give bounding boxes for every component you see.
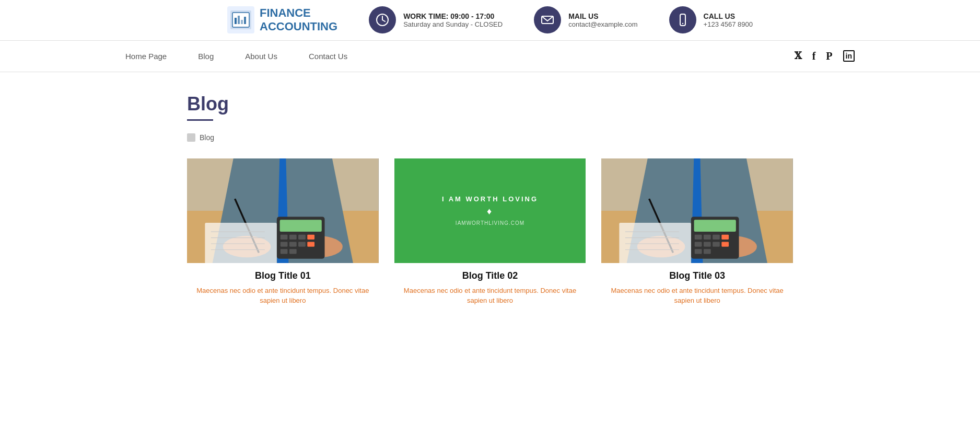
svg-rect-46 — [704, 235, 711, 240]
svg-rect-47 — [713, 235, 720, 240]
clock-icon — [376, 13, 389, 27]
call-block: CALL US +123 4567 8900 — [669, 6, 753, 33]
mail-icon-circle — [534, 6, 561, 33]
blog-card-2-image: I AM WORTH LOVING ♦ iamworthliving.com — [394, 158, 586, 263]
svg-rect-27 — [298, 242, 306, 246]
svg-rect-25 — [281, 242, 288, 246]
svg-rect-20 — [280, 220, 322, 232]
svg-rect-56 — [620, 223, 691, 263]
blog-card-1-image — [187, 158, 379, 263]
nav-contact[interactable]: Contact Us — [309, 52, 347, 61]
svg-rect-24 — [307, 235, 314, 240]
svg-rect-54 — [704, 249, 711, 254]
title-underline — [187, 119, 213, 121]
work-time-text: WORK TIME: 09:00 - 17:00 Saturday and Su… — [403, 12, 503, 28]
svg-rect-5 — [241, 20, 243, 24]
svg-rect-44 — [694, 220, 736, 232]
svg-rect-6 — [244, 17, 246, 24]
nav-about[interactable]: About Us — [245, 52, 277, 61]
svg-rect-50 — [704, 242, 711, 246]
blog-card-1: Blog Title 01 Maecenas nec odio et ante … — [187, 158, 379, 306]
blog-card-2-title: Blog Title 02 — [462, 270, 518, 281]
svg-rect-23 — [298, 235, 306, 240]
green-card-text: I AM WORTH LOVING — [442, 195, 538, 203]
mail-text: MAIL US contact@example.com — [568, 12, 637, 28]
nav-social: 𝕏 f P in — [795, 50, 855, 62]
blog-card-1-photo — [187, 158, 379, 263]
mail-block: MAIL US contact@example.com — [534, 6, 637, 33]
blog-card-1-title: Blog Title 01 — [255, 270, 311, 281]
blog-card-2: I AM WORTH LOVING ♦ iamworthliving.com B… — [394, 158, 586, 306]
linkedin-icon[interactable]: in — [843, 50, 855, 62]
blog-card-3-photo — [601, 158, 793, 263]
logo-icon — [227, 6, 254, 33]
phone-icon — [676, 13, 690, 27]
svg-point-12 — [682, 23, 683, 24]
blog-card-3-desc: Maecenas nec odio et ante tincidunt temp… — [601, 286, 793, 306]
svg-rect-51 — [713, 242, 720, 246]
svg-rect-32 — [205, 223, 276, 263]
svg-rect-22 — [289, 235, 297, 240]
logo-text: FINANCE ACCOUNTING — [260, 6, 337, 34]
call-text: CALL US +123 4567 8900 — [704, 12, 753, 28]
breadcrumb: Blog — [187, 133, 793, 142]
green-card-sub: iamworthliving.com — [456, 220, 524, 226]
svg-rect-52 — [722, 242, 729, 246]
svg-rect-28 — [307, 242, 314, 246]
breadcrumb-home-icon — [187, 133, 195, 142]
clock-icon-circle — [369, 6, 396, 33]
blog-card-3-title: Blog Title 03 — [669, 270, 725, 281]
blog-grid: Blog Title 01 Maecenas nec odio et ante … — [187, 158, 793, 306]
blog-card-3: Blog Title 03 Maecenas nec odio et ante … — [601, 158, 793, 306]
breadcrumb-label: Blog — [200, 133, 214, 142]
nav-blog[interactable]: Blog — [198, 52, 214, 61]
green-card-diamond: ♦ — [487, 206, 493, 217]
blog-card-2-desc: Maecenas nec odio et ante tincidunt temp… — [394, 286, 586, 306]
nav-home[interactable]: Home Page — [125, 52, 167, 61]
logo: FINANCE ACCOUNTING — [227, 6, 337, 34]
blog-card-1-desc: Maecenas nec odio et ante tincidunt temp… — [187, 286, 379, 306]
svg-rect-53 — [695, 249, 702, 254]
twitter-icon[interactable]: 𝕏 — [795, 50, 802, 62]
svg-rect-29 — [281, 249, 288, 254]
phone-icon-circle — [669, 6, 696, 33]
nav-links: Home Page Blog About Us Contact Us — [125, 52, 347, 61]
svg-rect-49 — [695, 242, 702, 246]
page-title: Blog — [187, 93, 793, 115]
facebook-icon[interactable]: f — [812, 50, 816, 62]
work-time-block: WORK TIME: 09:00 - 17:00 Saturday and Su… — [369, 6, 503, 33]
main-content: Blog Blog — [177, 72, 803, 327]
svg-rect-30 — [289, 249, 297, 254]
nav-bar: Home Page Blog About Us Contact Us 𝕏 f P… — [0, 41, 980, 72]
svg-rect-26 — [289, 242, 297, 246]
svg-line-9 — [382, 20, 385, 21]
svg-rect-45 — [695, 235, 702, 240]
svg-rect-21 — [281, 235, 288, 240]
pinterest-icon[interactable]: P — [826, 50, 832, 62]
svg-rect-4 — [238, 16, 240, 24]
blog-card-3-image — [601, 158, 793, 263]
top-bar: FINANCE ACCOUNTING WORK TIME: 09:00 - 17… — [0, 0, 980, 41]
mail-icon — [541, 13, 554, 27]
svg-rect-3 — [235, 18, 237, 24]
svg-rect-48 — [722, 235, 729, 240]
